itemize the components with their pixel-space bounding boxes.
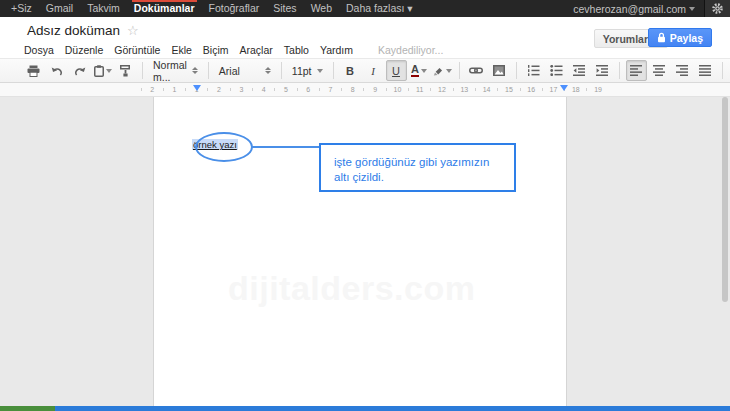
left-indent-marker[interactable] <box>193 85 201 91</box>
saving-status: Kaydediliyor... <box>378 44 443 56</box>
insert-link-button[interactable] <box>466 60 487 81</box>
topbar-link-6[interactable]: Sites <box>266 0 303 17</box>
progress-bar-blue-segment <box>55 406 730 411</box>
undo-button[interactable] <box>46 60 67 81</box>
size-caret-icon <box>317 69 323 73</box>
decrease-indent-button[interactable] <box>569 60 590 81</box>
ruler-number: 14 <box>475 83 497 96</box>
right-indent-marker[interactable] <box>560 85 568 91</box>
ruler-number: 6 <box>297 83 319 96</box>
comments-button-label: Yorumlar <box>603 33 648 45</box>
print-button[interactable] <box>23 60 44 81</box>
annotation-ellipse <box>195 132 253 162</box>
lock-icon <box>657 32 666 43</box>
insert-image-button[interactable] <box>489 60 510 81</box>
annotation-callout-box: işte gördüğünüz gibi yazımızın altı çizi… <box>319 143 516 192</box>
ruler-number: 10 <box>386 83 408 96</box>
toolbar-separator <box>459 62 460 79</box>
menu-görüntüle[interactable]: Görüntüle <box>114 44 160 56</box>
clipboard-caret-icon <box>106 69 112 73</box>
ruler-number: 7 <box>319 83 341 96</box>
align-right-button[interactable] <box>672 60 693 81</box>
toolbar-separator <box>208 62 209 79</box>
ruler-number: 16 <box>520 83 542 96</box>
ruler-number: 1 <box>163 83 185 96</box>
topbar-link-5[interactable]: Fotoğraflar <box>202 0 267 17</box>
ruler-number: 11 <box>409 83 431 96</box>
topbar-link-1[interactable]: +Siz <box>4 0 39 17</box>
account-email[interactable]: cevherozan@gmail.com <box>573 3 689 15</box>
progress-bar-green-segment <box>0 406 55 411</box>
menu-ekle[interactable]: Ekle <box>171 44 191 56</box>
menu-araçlar[interactable]: Araçlar <box>240 44 273 56</box>
ruler-number: 13 <box>453 83 475 96</box>
align-left-button[interactable] <box>626 60 647 81</box>
ruler-number: 4 <box>252 83 274 96</box>
title-row: Adsız doküman ☆ <box>27 23 139 38</box>
redo-button[interactable] <box>69 60 90 81</box>
font-dropdown[interactable]: Arial <box>214 61 276 80</box>
watermark: dijitalders.com <box>228 269 475 308</box>
menu-bar: DosyaDüzenleGörüntüleEkleBiçimAraçlarTab… <box>24 44 364 56</box>
menu-dosya[interactable]: Dosya <box>24 44 54 56</box>
topbar-links: +SizGmailTakvimDokümanlarFotoğraflarSite… <box>4 0 420 17</box>
topbar-link-8[interactable]: Daha fazlası ▾ <box>339 0 420 17</box>
toolbar-separator <box>142 62 143 79</box>
star-icon[interactable]: ☆ <box>127 24 139 37</box>
ruler-number: 9 <box>364 83 386 96</box>
document-title[interactable]: Adsız doküman <box>27 23 120 38</box>
toolbar-separator <box>619 62 620 79</box>
account-caret-icon[interactable] <box>689 7 695 11</box>
ruler-number: 2 <box>141 83 163 96</box>
formatting-toolbar: Normal m... Arial 11pt B I U A <box>0 58 730 83</box>
bold-button[interactable]: B <box>340 60 361 81</box>
font-dropdown-value: Arial <box>219 65 240 77</box>
italic-button[interactable]: I <box>363 60 384 81</box>
toolbar-separator <box>333 62 334 79</box>
font-size-dropdown[interactable]: 11pt <box>287 61 328 80</box>
web-clipboard-button[interactable] <box>92 60 113 81</box>
underline-button[interactable]: U <box>386 60 407 81</box>
updown-icon <box>265 67 271 75</box>
menu-yardım[interactable]: Yardım <box>320 44 353 56</box>
topbar-link-3[interactable]: Takvim <box>80 0 127 17</box>
ruler-number: 8 <box>342 83 364 96</box>
increase-indent-button[interactable] <box>592 60 613 81</box>
topbar-link-2[interactable]: Gmail <box>39 0 80 17</box>
text-color-button[interactable]: A <box>409 60 430 81</box>
share-button[interactable]: Paylaş <box>648 28 712 47</box>
highlight-color-button[interactable] <box>432 60 453 81</box>
toolbar-separator <box>281 62 282 79</box>
highlight-caret-icon <box>446 69 452 73</box>
font-size-value: 11pt <box>292 65 312 77</box>
menu-biçim[interactable]: Biçim <box>203 44 229 56</box>
topbar-link-7[interactable]: Web <box>304 0 339 17</box>
align-center-button[interactable] <box>649 60 670 81</box>
text-color-caret-icon <box>421 69 427 73</box>
ruler-scale: 2112345678910111213141516171819 <box>141 83 609 96</box>
share-button-label: Paylaş <box>670 32 703 44</box>
topbar-link-4[interactable]: Dokümanlar <box>127 0 202 17</box>
menu-düzenle[interactable]: Düzenle <box>65 44 104 56</box>
ruler-number: 3 <box>230 83 252 96</box>
styles-dropdown[interactable]: Normal m... <box>148 61 203 80</box>
vertical-scrollbar-thumb[interactable] <box>722 97 728 302</box>
menu-row: DosyaDüzenleGörüntüleEkleBiçimAraçlarTab… <box>24 44 443 56</box>
ruler-number: 5 <box>275 83 297 96</box>
text-color-a-glyph: A <box>411 64 419 77</box>
topbar-account-area: cevherozan@gmail.com <box>573 0 730 17</box>
progress-bar <box>0 406 730 411</box>
toolbar-separator <box>722 62 723 79</box>
doc-header: Adsız doküman ☆ DosyaDüzenleGörüntüleEkl… <box>0 17 730 58</box>
ruler: 2112345678910111213141516171819 <box>0 83 730 97</box>
align-justify-button[interactable] <box>695 60 716 81</box>
paint-format-button[interactable] <box>115 60 136 81</box>
google-topbar: +SizGmailTakvimDokümanlarFotoğraflarSite… <box>0 0 730 17</box>
ruler-number: 2 <box>208 83 230 96</box>
bulleted-list-button[interactable] <box>546 60 567 81</box>
menu-tablo[interactable]: Tablo <box>284 44 309 56</box>
numbered-list-button[interactable] <box>523 60 544 81</box>
editor-canvas: dijitalders.com örnek yazı işte gördüğün… <box>0 97 730 407</box>
settings-gear-button[interactable] <box>704 0 730 17</box>
ruler-number: 19 <box>587 83 609 96</box>
